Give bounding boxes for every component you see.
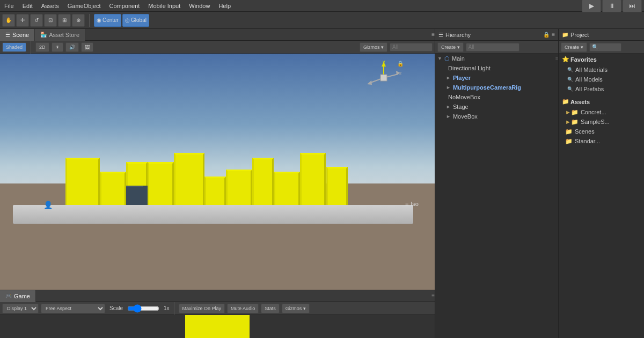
hierarchy-lock-icon: 🔒 [543,32,550,38]
cube-6 [204,177,226,205]
fx-button[interactable]: 🖼 [81,42,93,52]
right-panels: ☰ Hierarchy 🔒 ≡ Create ▾ ▼ ⬡ Main ≡ [435,29,644,338]
hierarchy-item-player[interactable]: ► Player [435,73,558,83]
menu-help[interactable]: Help [214,3,235,9]
project-item-all-prefabs[interactable]: 🔍 All Prefabs [559,84,644,94]
hierarchy-icon: ☰ [438,32,443,38]
game-view[interactable] [0,315,435,338]
menu-assets[interactable]: Assets [37,3,63,9]
scene-search-input[interactable] [390,43,433,52]
global-button[interactable]: ◎ Global [122,14,149,27]
scale-slider[interactable] [127,305,159,312]
step-button[interactable]: ⏭ [623,0,642,12]
scale-slider-track [127,305,159,312]
favorites-section: ⭐ Favorites [559,54,644,65]
game-gizmos-dropdown[interactable]: Gizmos ▾ [282,304,310,313]
2d-button[interactable]: 2D [35,42,49,52]
lighting-button[interactable]: ☀ [52,42,63,52]
game-yellow-block [185,315,250,338]
pause-button[interactable]: ⏸ [602,0,621,12]
scale-label: Scale [109,305,123,311]
menu-gameobject[interactable]: GameObject [63,3,105,9]
hierarchy-menu-btn[interactable]: ≡ [552,32,555,38]
cube-7 [226,170,252,205]
folder-icon-scenes: 📁 [565,128,573,135]
transform-tool-button[interactable]: ⊛ [72,14,85,27]
cube-9 [274,172,300,205]
menu-component[interactable]: Component [105,3,144,9]
project-content: ⭐ Favorites 🔍 All Materials 🔍 All Models… [559,54,644,338]
left-panel: ☰ Scene 🏪 Asset Store ≡ Shaded 2D ☀ 🔊 🖼 … [0,29,435,338]
game-tab-bar: 🎮 Game ≡ [0,290,435,302]
rect-tool-button[interactable]: ⊞ [58,14,71,27]
concrete-label: Concret... [581,109,606,115]
menu-mobileinput[interactable]: Mobile Input [144,3,185,9]
hierarchy-item-stage[interactable]: ► Stage [435,102,558,112]
search-icon-materials: 🔍 [567,67,573,72]
tab-scene[interactable]: ☰ Scene [0,29,35,41]
global-label: Global [131,17,147,23]
stats-button[interactable]: Stats [261,304,280,313]
asset-store-tab-label: Asset Store [49,32,79,38]
svg-text:y: y [383,59,385,64]
all-prefabs-label: All Prefabs [575,86,604,92]
assets-label: Assets [570,99,590,105]
game-tab-label: Game [14,293,30,299]
scene-panel: ☰ Scene 🏪 Asset Store ≡ Shaded 2D ☀ 🔊 🖼 … [0,29,435,290]
project-folder-standard[interactable]: 📁 Standar... [559,136,644,146]
hierarchy-item-nomovebox[interactable]: NoMoveBox [435,92,558,102]
rotate-tool-button[interactable]: ↺ [30,14,43,27]
gizmo-widget: y z 🔒 [365,59,402,97]
player-label: Player [453,75,471,81]
all-materials-label: All Materials [575,67,608,73]
mute-audio-button[interactable]: Mute Audio [227,304,259,313]
scenes-label: Scenes [575,128,595,135]
hand-tool-button[interactable]: ✋ [2,14,15,27]
menu-file[interactable]: File [0,3,18,9]
project-item-all-materials[interactable]: 🔍 All Materials [559,65,644,75]
move-tool-button[interactable]: ✛ [16,14,29,27]
audio-button[interactable]: 🔊 [65,42,79,52]
stage-arrow: ► [446,104,451,109]
hierarchy-search-input[interactable] [466,43,519,52]
tab-asset-store[interactable]: 🏪 Asset Store [35,29,85,41]
project-create-btn[interactable]: Create ▾ [561,42,587,52]
scene-tab-label: Scene [12,32,29,38]
display-select[interactable]: Display 1 [2,304,39,313]
cube-3 [126,162,148,186]
project-folder-scenes[interactable]: 📁 Scenes [559,127,644,136]
scene-view[interactable]: 👤 y [0,54,435,290]
hierarchy-content: ▼ ⬡ Main ≡ Directional Light ► Player [435,54,558,338]
maximize-on-play-button[interactable]: Maximize On Play [179,304,225,313]
hierarchy-item-directional-light[interactable]: Directional Light [435,63,558,73]
gizmos-dropdown[interactable]: Gizmos ▾ [360,42,387,52]
tab-game[interactable]: 🎮 Game [0,290,36,302]
menu-edit[interactable]: Edit [18,3,37,9]
folder-icon-standard: 📁 [565,138,573,145]
cube-5 [174,153,204,205]
unity-icon: ⬡ [444,55,450,62]
nomovebox-label: NoMoveBox [448,94,480,100]
center-button[interactable]: ◉ Center [94,14,121,27]
play-button[interactable]: ▶ [582,0,601,12]
scale-tool-button[interactable]: ⊡ [44,14,57,27]
svg-rect-8 [380,75,387,81]
hierarchy-item-movebox[interactable]: ► MoveBox [435,112,558,121]
project-folder-concrete[interactable]: ►📁 Concret... [559,107,644,117]
project-item-all-models[interactable]: 🔍 All Models [559,75,644,84]
menu-window[interactable]: Window [185,3,214,9]
project-folder-samples[interactable]: ►📁 SampleS... [559,117,644,127]
iso-label: ≡ Iso [405,201,419,207]
cube-10 [300,153,326,205]
hierarchy-item-main[interactable]: ▼ ⬡ Main ≡ [435,54,558,63]
shaded-dropdown[interactable]: Shaded [2,42,26,52]
hierarchy-item-camera-rig[interactable]: ► MultipurposeCameraRig [435,83,558,92]
toolbar-separator-1 [89,14,90,27]
cube-1 [65,158,100,205]
aspect-select[interactable]: Free Aspect [41,304,105,313]
project-search-input[interactable] [589,43,621,52]
platform [13,205,413,224]
game-tb-sep [174,302,174,315]
scene-tb-sep [31,41,31,54]
hierarchy-create-btn[interactable]: Create ▾ [437,42,464,52]
